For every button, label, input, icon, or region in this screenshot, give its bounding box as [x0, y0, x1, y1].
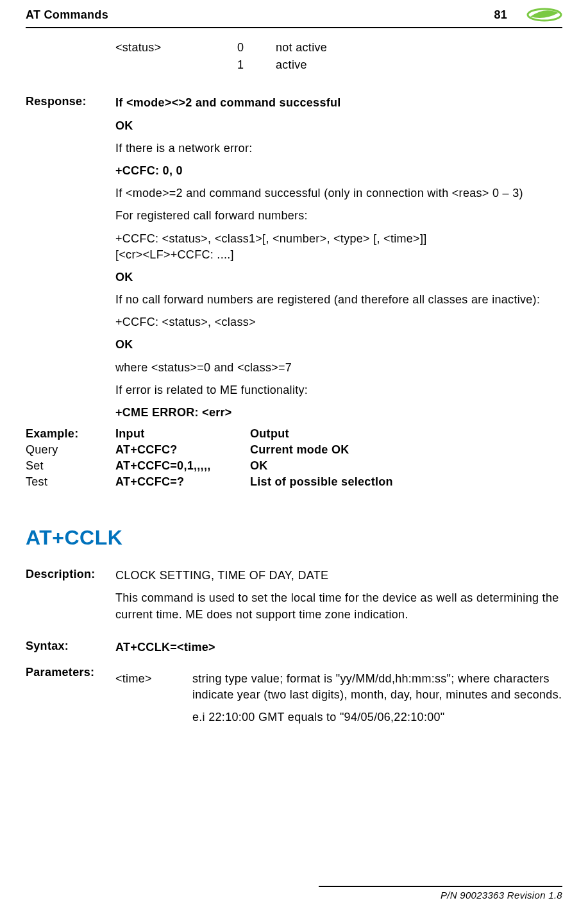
status-empty [115, 57, 237, 73]
resp-line7: +CCFC: <status>, <class> [115, 314, 562, 330]
example-type-2: Test [26, 475, 115, 489]
example-output-2: List of possible selectIon [250, 475, 562, 489]
page-number: 81 [494, 8, 507, 22]
response-block: Response: If <mode><>2 and command succe… [26, 95, 562, 423]
example-row-set: Set AT+CCFC=0,1,,,,, OK [26, 459, 562, 473]
params-block: Parameters: <time> string type value; fo… [26, 666, 562, 732]
resp-cmeerr: +CME ERROR: <err> [115, 405, 562, 421]
example-output-1: OK [250, 459, 562, 473]
resp-ok2: OK [115, 269, 562, 285]
example-label: Example: [26, 427, 115, 441]
example-header-row: Example: Input Output [26, 427, 562, 441]
example-row-query: Query AT+CCFC? Current mode OK [26, 443, 562, 457]
example-hdr-output: Output [250, 427, 562, 441]
desc-line2: This command is used to set the local ti… [115, 590, 562, 622]
status-param: <status> [115, 40, 237, 56]
status-desc-0: not active [276, 40, 562, 56]
resp-line2: If there is a network error: [115, 140, 562, 157]
example-input-2: AT+CCFC=? [115, 475, 250, 489]
param-name: <time> [115, 671, 192, 732]
page-root: AT Commands 81 <status> 0 not active 1 a… [0, 0, 588, 914]
page-footer: P/N 90023363 Revision 1.8 [319, 886, 562, 901]
response-label: Response: [26, 95, 115, 108]
status-row-1: 1 active [115, 57, 562, 73]
status-desc-1: active [276, 57, 562, 73]
footer-rule [319, 886, 562, 887]
resp-ok1: OK [115, 118, 562, 134]
resp-line6: If no call forward numbers are registere… [115, 292, 562, 308]
header-left: AT Commands [26, 8, 108, 22]
status-body: <status> 0 not active 1 active [115, 40, 562, 74]
status-row-0: <status> 0 not active [115, 40, 562, 56]
header-right: 81 [494, 8, 562, 22]
footer-text: P/N 90023363 Revision 1.8 [441, 890, 562, 901]
syntax-value: AT+CCLK=<time> [115, 639, 562, 656]
param-desc2: e.i 22:10:00 GMT equals to "94/05/06,22:… [192, 709, 562, 725]
resp-line1: If <mode><>2 and command successful [115, 95, 562, 111]
desc-label: Description: [26, 568, 115, 581]
example-type-0: Query [26, 443, 115, 457]
example-row-test: Test AT+CCFC=? List of possible selectIo… [26, 475, 562, 489]
example-input-0: AT+CCFC? [115, 443, 250, 457]
param-desc1: string type value; format is "yy/MM/dd,h… [192, 671, 562, 703]
resp-line5a: +CCFC: <status>, <class1>[, <number>, <t… [115, 231, 562, 247]
response-body: If <mode><>2 and command successful OK I… [115, 95, 562, 423]
status-code-1: 1 [237, 57, 276, 73]
atcclk-title: AT+CCLK [26, 526, 562, 550]
resp-line9: If error is related to ME functionality: [115, 382, 562, 398]
example-hdr-input: Input [115, 427, 250, 441]
resp-line5b: [<cr><LF>+CCFC: ....] [115, 247, 562, 263]
params-body: <time> string type value; format is "yy/… [115, 666, 562, 732]
syntax-block: Syntax: AT+CCLK=<time> [26, 639, 562, 656]
desc-line1: CLOCK SETTING, TIME OF DAY, DATE [115, 568, 562, 584]
status-block: <status> 0 not active 1 active [26, 40, 562, 74]
resp-line4: For registered call forward numbers: [115, 208, 562, 224]
page-header: AT Commands 81 [26, 0, 562, 24]
resp-ok3: OK [115, 337, 562, 353]
params-label: Parameters: [26, 666, 115, 679]
example-output-0: Current mode OK [250, 443, 562, 457]
syntax-label: Syntax: [26, 639, 115, 653]
example-block: Example: Input Output Query AT+CCFC? Cur… [26, 427, 562, 489]
desc-body: CLOCK SETTING, TIME OF DAY, DATE This co… [115, 568, 562, 629]
param-desc: string type value; format is "yy/MM/dd,h… [192, 671, 562, 732]
example-input-1: AT+CCFC=0,1,,,,, [115, 459, 250, 473]
header-rule [26, 27, 562, 28]
param-row: <time> string type value; format is "yy/… [115, 671, 562, 732]
status-code-0: 0 [237, 40, 276, 56]
desc-block: Description: CLOCK SETTING, TIME OF DAY,… [26, 568, 562, 629]
resp-line8: where <status>=0 and <class>=7 [115, 360, 562, 376]
example-type-1: Set [26, 459, 115, 473]
swoosh-logo-icon [526, 8, 562, 22]
resp-ccfc00: +CCFC: 0, 0 [115, 163, 562, 179]
resp-line3: If <mode>=2 and command successful (only… [115, 185, 562, 201]
